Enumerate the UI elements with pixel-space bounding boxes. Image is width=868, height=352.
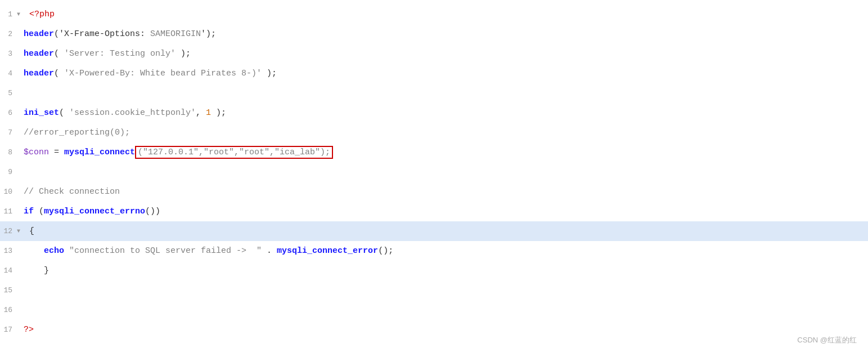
code-token: SAMEORIGIN xyxy=(150,29,201,39)
code-token: ); xyxy=(176,49,191,59)
code-token: ); xyxy=(211,108,226,118)
line-number: 10 xyxy=(0,182,17,202)
line-number: 12 xyxy=(0,221,17,241)
code-line: 9 xyxy=(0,162,868,182)
code-token: ( xyxy=(54,69,64,78)
code-token: ); xyxy=(262,69,277,78)
line-number: 8 xyxy=(0,142,17,162)
code-token: header xyxy=(24,69,54,78)
code-token: 1 xyxy=(206,108,211,118)
line-number: 1 xyxy=(0,5,17,24)
code-token: ()) xyxy=(145,207,160,216)
code-token: ( xyxy=(59,108,69,118)
code-line: 16 xyxy=(0,300,868,320)
line-content: ini_set( 'session.cookie_httponly', 1 ); xyxy=(17,103,868,123)
line-number: 7 xyxy=(0,123,17,142)
line-number: 4 xyxy=(0,64,17,83)
line-content: $conn = mysqli_connect("127.0.0.1","root… xyxy=(17,142,868,162)
code-line: 3header( 'Server: Testing only' ); xyxy=(0,44,868,64)
code-line: 8$conn = mysqli_connect("127.0.0.1","roo… xyxy=(0,142,868,162)
watermark: CSDN @红蓝的红 xyxy=(797,335,857,345)
code-line: 7//error_reporting(0); xyxy=(0,123,868,142)
line-content: echo "connection to SQL server failed ->… xyxy=(17,241,868,261)
line-content: ?> xyxy=(17,320,868,340)
highlight-box: ("127.0.0.1","root","root","ica_lab"); xyxy=(135,146,333,159)
code-line: 10// Check connection xyxy=(0,182,868,202)
line-number: 2 xyxy=(0,24,17,44)
code-token: "connection to SQL server failed -> " xyxy=(64,246,262,256)
code-block: 1▼<?php2header('X-Frame-Options: SAMEORI… xyxy=(0,0,868,344)
code-token: $conn xyxy=(24,148,49,157)
code-token: 'session.cookie_httponly' xyxy=(69,108,196,118)
code-line: 17?> xyxy=(0,320,868,340)
code-token: } xyxy=(24,266,49,275)
code-line: 5 xyxy=(0,83,868,103)
code-token: ( xyxy=(34,207,44,216)
line-number: 5 xyxy=(0,83,17,103)
code-token: = xyxy=(49,148,64,157)
code-token: 'Server: Testing only' xyxy=(64,49,176,59)
code-token: echo xyxy=(24,246,64,256)
code-line: 4header( 'X-Powered-By: White beard Pira… xyxy=(0,64,868,83)
code-line: 14 } xyxy=(0,261,868,280)
fold-icon[interactable]: ▼ xyxy=(17,5,20,24)
code-token: ?> xyxy=(24,325,34,335)
line-content: header( 'Server: Testing only' ); xyxy=(17,44,868,64)
line-content: } xyxy=(17,261,868,280)
code-token: (); xyxy=(378,246,393,256)
code-token: 'X-Powered-By: White beard Pirates 8-)' xyxy=(64,69,262,78)
line-content: header('X-Frame-Options: SAMEORIGIN'); xyxy=(17,24,868,44)
line-number: 17 xyxy=(0,320,17,340)
code-token: mysqli_connect_error xyxy=(277,246,378,256)
code-editor: 1▼<?php2header('X-Frame-Options: SAMEORI… xyxy=(0,0,868,352)
code-token: <?php xyxy=(29,10,55,19)
code-token: ( xyxy=(54,49,64,59)
code-token: header xyxy=(24,49,54,59)
line-number: 6 xyxy=(0,103,17,123)
code-token: ini_set xyxy=(24,108,59,118)
code-line: 12▼{ xyxy=(0,221,868,241)
code-line: 2header('X-Frame-Options: SAMEORIGIN'); xyxy=(0,24,868,44)
code-token: mysqli_connect xyxy=(64,148,135,157)
code-token: { xyxy=(29,226,34,236)
code-token: . xyxy=(262,246,277,256)
code-token: mysqli_connect_errno xyxy=(44,207,145,216)
code-token: '); xyxy=(201,29,216,39)
line-number: 16 xyxy=(0,300,17,320)
line-number: 14 xyxy=(0,261,17,280)
code-token: header xyxy=(24,29,54,39)
code-line: 11if (mysqli_connect_errno()) xyxy=(0,202,868,221)
fold-icon[interactable]: ▼ xyxy=(17,221,20,241)
code-token: ('X-Frame-Options: xyxy=(54,29,150,39)
code-token: if xyxy=(24,207,34,216)
code-token: ("127.0.0.1","root","root","ica_lab"); xyxy=(138,148,330,157)
line-number: 3 xyxy=(0,44,17,64)
line-number: 15 xyxy=(0,280,17,300)
line-content: //error_reporting(0); xyxy=(17,123,868,142)
line-number: 11 xyxy=(0,202,17,221)
line-number: 13 xyxy=(0,241,17,261)
code-line: 1▼<?php xyxy=(0,5,868,24)
code-token: //error_reporting(0); xyxy=(24,128,130,137)
code-line: 15 xyxy=(0,280,868,300)
code-line: 6ini_set( 'session.cookie_httponly', 1 )… xyxy=(0,103,868,123)
line-number: 9 xyxy=(0,162,17,182)
code-token: // Check connection xyxy=(24,187,120,197)
line-content: // Check connection xyxy=(17,182,868,202)
line-content: { xyxy=(23,221,868,241)
code-token: , xyxy=(196,108,206,118)
line-content: if (mysqli_connect_errno()) xyxy=(17,202,868,221)
line-content: header( 'X-Powered-By: White beard Pirat… xyxy=(17,64,868,83)
code-line: 13 echo "connection to SQL server failed… xyxy=(0,241,868,261)
line-content: <?php xyxy=(23,5,868,24)
